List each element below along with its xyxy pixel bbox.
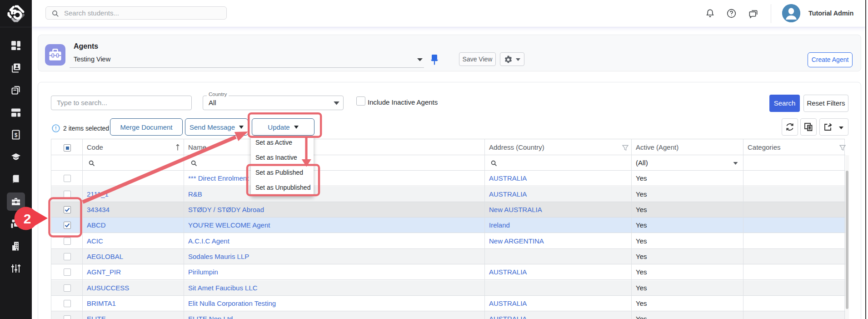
svg-text:$: $ — [15, 132, 18, 138]
